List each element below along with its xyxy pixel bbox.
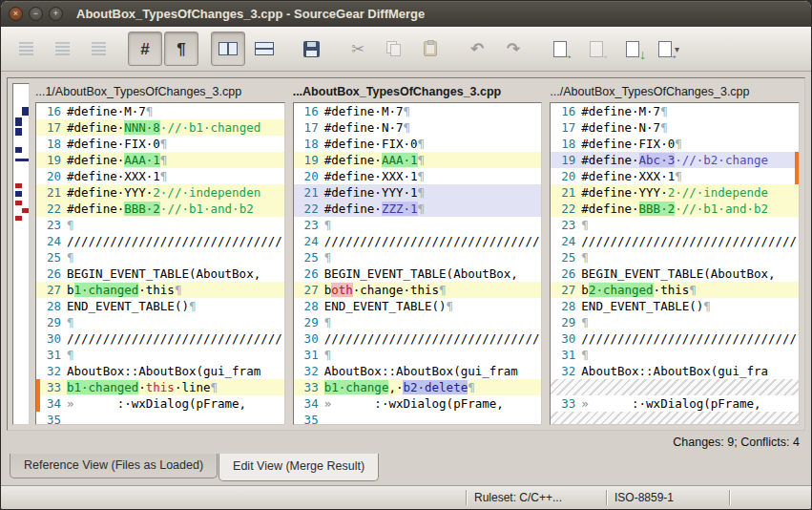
- code-line[interactable]: 29¶: [36, 314, 284, 330]
- line-number: 22: [36, 201, 67, 217]
- code-line[interactable]: 30//////////////////////////////: [36, 330, 284, 347]
- code-line[interactable]: 31¶: [294, 347, 542, 363]
- line-numbers-button[interactable]: #: [128, 32, 162, 66]
- code-line[interactable]: 26BEGIN_EVENT_TABLE(AboutBox,: [36, 266, 284, 282]
- tab-reference-view[interactable]: Reference View (Files as Loaded): [10, 454, 218, 478]
- line-text: BEGIN_EVENT_TABLE(AboutBox,: [67, 266, 260, 282]
- code-line[interactable]: 30//////////////////////////////: [551, 330, 799, 347]
- line-number: 23: [294, 217, 324, 233]
- code-line[interactable]: 32AboutBox::AboutBox(gui_fram: [294, 363, 542, 379]
- split-vertical-button[interactable]: [211, 32, 245, 66]
- show-whitespace-button[interactable]: ¶: [164, 32, 198, 66]
- code-line[interactable]: 25¶: [36, 249, 284, 266]
- code-line[interactable]: 32AboutBox::AboutBox(gui_fram: [36, 363, 284, 379]
- line-text: AboutBox::AboutBox(gui_fram: [67, 363, 260, 379]
- tab-edit-view[interactable]: Edit View (Merge Result): [219, 454, 379, 481]
- code-line[interactable]: 27both·change·this¶: [294, 282, 542, 298]
- redo-button[interactable]: ↷: [496, 32, 531, 66]
- code-area[interactable]: 16#define·M·7¶17#define·N·7¶18#define·FI…: [293, 102, 543, 425]
- code-line[interactable]: 20#define·XXX·1¶: [551, 168, 799, 184]
- reference-view-3-button[interactable]: [81, 32, 115, 66]
- code-line[interactable]: 28END_EVENT_TABLE()¶: [551, 298, 799, 314]
- code-line[interactable]: 19#define·AAA·1¶: [294, 152, 542, 168]
- code-line[interactable]: 34» :·wxDialog(pFrame,: [36, 395, 284, 412]
- toolbar-group: ✂: [341, 32, 448, 66]
- code-line[interactable]: 19#define·Abc·3·//·b2·change: [551, 152, 799, 168]
- code-line[interactable]: 26BEGIN_EVENT_TABLE(AboutBox,: [294, 266, 542, 282]
- code-line[interactable]: 33b1·change,·b2·delete¶: [294, 379, 542, 395]
- code-line[interactable]: 18#define·FIX·0¶: [36, 136, 284, 152]
- undo-button[interactable]: ↶: [460, 32, 494, 66]
- code-line[interactable]: 23¶: [36, 217, 284, 233]
- code-line[interactable]: 24//////////////////////////////: [36, 233, 284, 249]
- code-line[interactable]: 23¶: [551, 217, 799, 233]
- code-line[interactable]: 17#define·N·7¶: [551, 119, 799, 136]
- code-area[interactable]: 16#define·M·7¶17#define·NNN·8·//·b1·chan…: [35, 102, 285, 425]
- save-button[interactable]: [294, 32, 328, 66]
- merge-actions-button[interactable]: →▾: [652, 32, 686, 66]
- code-line[interactable]: 27b2·changed·this¶: [551, 282, 799, 298]
- line-text: #define·Abc·3·//·b2·change: [581, 152, 768, 168]
- code-line[interactable]: 16#define·M·7¶: [294, 103, 542, 119]
- reference-view-2-button[interactable]: [45, 32, 79, 66]
- scissors-icon: ✂: [351, 41, 364, 57]
- code-area[interactable]: 16#define·M·7¶17#define·N·7¶18#define·FI…: [550, 102, 800, 425]
- split-horizontal-button[interactable]: [247, 32, 281, 66]
- line-text: END_EVENT_TABLE()¶: [67, 298, 196, 314]
- code-line[interactable]: 18#define·FIX·0¶: [294, 136, 542, 152]
- code-line[interactable]: 16#define·M·7¶: [36, 103, 284, 119]
- code-line[interactable]: 22#define·ZZZ·1¶: [294, 201, 542, 217]
- code-line[interactable]: 28END_EVENT_TABLE()¶: [294, 298, 542, 314]
- line-text: //////////////////////////////: [67, 330, 282, 347]
- code-line[interactable]: 20#define·XXX·1¶: [36, 168, 284, 184]
- code-line[interactable]: 19#define·AAA·1¶: [36, 152, 284, 168]
- code-line[interactable]: 20#define·XXX·1¶: [294, 168, 542, 184]
- code-line[interactable]: 35: [36, 412, 284, 425]
- code-line[interactable]: 31¶: [551, 347, 799, 363]
- code-line[interactable]: 29¶: [551, 314, 799, 330]
- code-line[interactable]: 33b1·changed·this·line¶: [36, 379, 284, 395]
- line-text: » :·wxDialog(pFrame,: [581, 395, 760, 412]
- cut-button[interactable]: ✂: [341, 32, 375, 66]
- code-line[interactable]: 27b1·changed·this¶: [36, 282, 284, 298]
- code-line[interactable]: 17#define·N·7¶: [294, 119, 542, 136]
- code-line[interactable]: 23¶: [294, 217, 542, 233]
- minimize-button[interactable]: −: [29, 7, 43, 21]
- code-line[interactable]: 30//////////////////////////////: [294, 330, 542, 347]
- apply-all-changes-button[interactable]: ↓: [615, 32, 650, 66]
- code-line[interactable]: 35: [294, 412, 542, 425]
- copy-button[interactable]: [377, 32, 411, 66]
- line-number: 20: [551, 168, 581, 184]
- code-line[interactable]: 16#define·M·7¶: [551, 103, 799, 119]
- diff-area: ...1/AboutBox_TypesOfChanges_3.cpp16#def…: [7, 77, 805, 431]
- code-line[interactable]: 24//////////////////////////////: [551, 233, 799, 249]
- apply-change-from-left-button[interactable]: →: [543, 32, 577, 66]
- code-line[interactable]: 34» :·wxDialog(pFrame,: [294, 395, 542, 412]
- line-text: ¶: [581, 314, 589, 330]
- code-line[interactable]: 31¶: [36, 347, 284, 363]
- code-line[interactable]: 24//////////////////////////////: [294, 233, 542, 249]
- line-text: #define·XXX·1¶: [581, 168, 681, 184]
- code-line[interactable]: 25¶: [551, 249, 799, 266]
- code-line[interactable]: 17#define·NNN·8·//·b1·changed: [36, 119, 284, 136]
- code-line[interactable]: 32AboutBox::AboutBox(gui_fra: [551, 363, 799, 379]
- code-line[interactable]: 18#define·FIX·0¶: [551, 136, 799, 152]
- code-line[interactable]: 26BEGIN_EVENT_TABLE(AboutBox,: [551, 266, 799, 282]
- code-line[interactable]: 22#define·BBB·2·//·b1·and·b2: [551, 201, 799, 217]
- code-line[interactable]: 28END_EVENT_TABLE()¶: [36, 298, 284, 314]
- apply-change-from-right-button[interactable]: →: [579, 32, 614, 66]
- line-text: #define·FIX·0¶: [324, 136, 425, 152]
- close-button[interactable]: ×: [9, 7, 23, 21]
- paste-button[interactable]: [413, 32, 448, 66]
- line-text: #define·FIX·0¶: [581, 136, 681, 152]
- code-line[interactable]: 25¶: [294, 249, 542, 266]
- code-line[interactable]: 21#define·YYY·2·//·independen: [36, 184, 284, 201]
- code-line[interactable]: 29¶: [294, 314, 542, 330]
- code-line[interactable]: 21#define·YYY·2·//·independe: [551, 184, 799, 201]
- overview-minimap[interactable]: [12, 83, 30, 425]
- reference-view-1-button[interactable]: [9, 32, 43, 66]
- code-line[interactable]: 33» :·wxDialog(pFrame,: [551, 395, 799, 412]
- code-line[interactable]: 22#define·BBB·2·//·b1·and·b2: [36, 201, 284, 217]
- code-line[interactable]: 21#define·YYY·1¶: [294, 184, 542, 201]
- maximize-button[interactable]: +: [49, 7, 63, 21]
